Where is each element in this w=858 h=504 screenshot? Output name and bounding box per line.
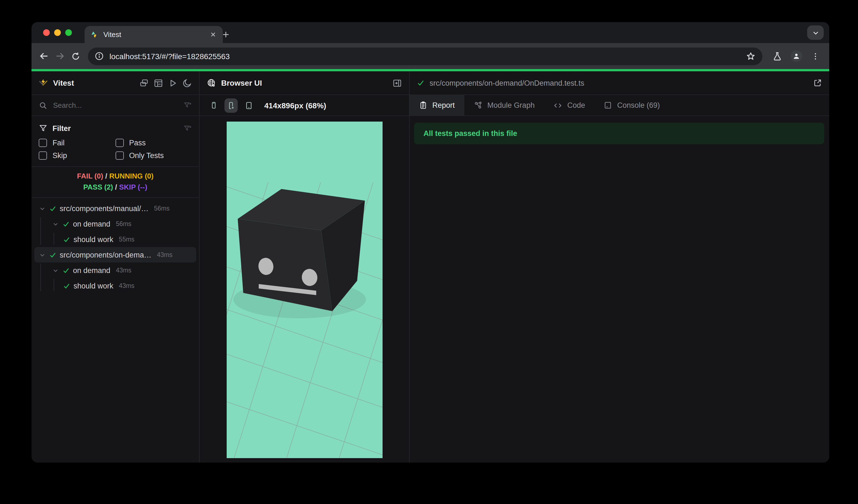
all-tests-passed-banner: All tests passed in this file [414,123,824,144]
vitest-logo-icon [39,78,48,87]
tab-title: Vitest [104,30,204,39]
browser-ui-header: Browser UI [200,71,409,95]
reload-button[interactable] [69,48,82,64]
tree-row-test[interactable]: should work 43ms [34,278,196,293]
minimize-window-button[interactable] [54,29,61,36]
tab-code[interactable]: Code [544,95,594,115]
pass-check-icon [49,251,57,258]
search-bar [32,95,199,116]
tree-row-file-manual[interactable]: src/components/manual/… 56ms [34,200,196,216]
panel-right-icon[interactable] [393,78,402,87]
running-count: RUNNING (0) [109,172,154,180]
filter-funnel-icon [39,124,48,133]
device-toolbar: 414x896px (68%) [200,95,409,116]
globe-icon [207,78,216,87]
clear-search-filter-icon[interactable] [184,101,192,110]
collapse-panels-icon[interactable] [139,78,149,87]
tree-row-suite[interactable]: on demand 43ms [34,262,196,278]
chevron-down-icon[interactable] [38,252,46,258]
tree-row-test[interactable]: should work 55ms [34,231,196,247]
browser-ui-panel: Browser UI [200,71,410,462]
clear-filters-icon[interactable] [184,124,192,132]
checkbox-pass[interactable] [115,139,124,147]
vitest-ui: Vitest [32,71,829,462]
sidebar: Vitest [32,71,200,462]
filter-title: Filter [52,124,178,132]
report-panel: src/components/on-demand/OnDemand.test.t… [410,71,829,462]
tab-console[interactable]: Console (69) [594,95,669,115]
checkbox-fail[interactable] [39,139,47,147]
vitest-favicon-icon [90,30,98,39]
sidebar-title: Vitest [53,79,134,87]
filter-checkbox-only-tests[interactable]: Only Tests [115,151,192,160]
pass-check-icon [417,79,425,87]
chevron-down-icon[interactable] [51,221,59,227]
maximize-window-button[interactable] [65,29,72,36]
code-icon [553,101,562,110]
address-bar[interactable]: localhost:5173/#/?file=1828625563 [88,47,762,65]
browser-tab-vitest[interactable]: Vitest [84,26,223,43]
pass-check-icon [49,205,57,212]
fail-count: FAIL (0) [77,172,104,180]
experiments-flask-icon[interactable] [769,48,785,64]
console-icon [604,101,612,110]
dark-mode-moon-icon[interactable] [182,78,192,87]
profile-avatar[interactable] [791,50,802,62]
filter-panel: Filter Fail Pass [32,116,199,167]
device-phone-small-button[interactable] [207,98,220,112]
checkbox-only-tests[interactable] [115,151,124,160]
filter-checkbox-pass[interactable]: Pass [115,139,192,147]
tree-row-file-on-demand[interactable]: src/components/on-dema… 43ms [34,247,196,262]
report-tabs: Report Module Graph [410,95,829,116]
test-status-summary: FAIL (0) / RUNNING (0) PASS (2) / SKIP (… [32,167,199,198]
browser-ui-title: Browser UI [221,79,387,87]
checkbox-skip[interactable] [39,151,47,160]
pass-count: PASS (2) [83,183,113,191]
filter-checkbox-skip[interactable]: Skip [39,151,115,160]
tab-close-icon[interactable] [208,30,217,39]
close-window-button[interactable] [43,29,50,36]
browser-preview-canvas[interactable] [226,121,382,458]
report-header: src/components/on-demand/OnDemand.test.t… [410,71,829,95]
dashboard-layout-icon[interactable] [154,78,163,87]
filter-checkbox-fail[interactable]: Fail [39,139,115,147]
sidebar-header: Vitest [32,71,199,95]
open-external-icon[interactable] [813,79,822,87]
test-progress-bar [32,69,829,71]
run-all-icon[interactable] [168,78,177,87]
viewport-dimensions: 414x896px (68%) [264,101,326,110]
module-graph-icon [474,101,482,110]
tab-report[interactable]: Report [410,95,464,115]
chevron-down-icon[interactable] [38,205,46,211]
tab-module-graph[interactable]: Module Graph [464,95,544,115]
url-text[interactable]: localhost:5173/#/?file=1828625563 [109,52,740,61]
clipboard-icon [419,101,427,110]
browser-toolbar: localhost:5173/#/?file=1828625563 [32,43,829,69]
forward-button[interactable] [53,48,66,64]
tree-row-suite[interactable]: on demand 56ms [34,216,196,231]
tab-strip: Vitest [32,22,829,43]
search-icon [39,101,48,110]
test-file-path: src/components/on-demand/OnDemand.test.t… [430,79,808,87]
browser-menu-icon[interactable] [807,48,824,64]
new-tab-button[interactable] [218,27,233,42]
pass-check-icon [63,282,70,289]
skip-count: SKIP (--) [119,183,147,191]
back-button[interactable] [37,48,51,64]
bookmark-star-icon[interactable] [746,51,756,61]
window-controls [43,29,72,36]
desktop: Vitest [0,0,858,504]
pass-check-icon [62,267,70,274]
pass-check-icon [63,236,70,243]
browser-window: Vitest [32,22,829,462]
site-info-icon[interactable] [95,51,104,61]
chevron-down-icon[interactable] [51,267,59,273]
toolbar-right [769,48,824,64]
pass-check-icon [62,220,70,227]
test-file-tree: src/components/manual/… 56ms on demand 5… [32,198,199,462]
device-tablet-button[interactable] [242,98,255,112]
search-input[interactable] [52,101,179,110]
tab-search-button[interactable] [807,26,824,40]
preview-area [200,116,409,462]
device-phone-plus-button[interactable] [224,98,238,112]
